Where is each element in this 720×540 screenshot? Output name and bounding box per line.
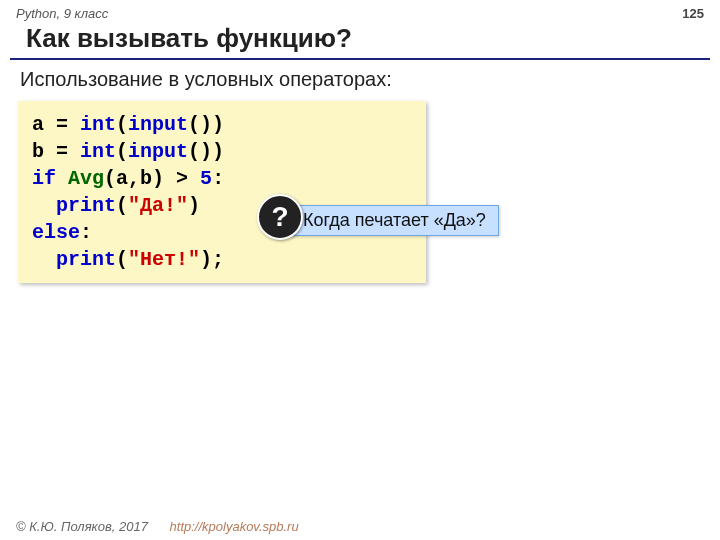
page-number: 125 bbox=[682, 6, 704, 21]
callout-text: Когда печатает «Да»? bbox=[303, 210, 486, 230]
course-label: Python, 9 класс bbox=[16, 6, 108, 21]
page-title: Как вызывать функцию? bbox=[10, 21, 710, 60]
question-mark-icon: ? bbox=[257, 194, 303, 240]
callout-box: Когда печатает «Да»? bbox=[290, 205, 499, 236]
footer-copyright: © К.Ю. Поляков, 2017 bbox=[16, 519, 148, 534]
footer: © К.Ю. Поляков, 2017 http://kpolyakov.sp… bbox=[16, 519, 299, 534]
subtitle: Использование в условных операторах: bbox=[0, 60, 720, 97]
code-line-3: if Avg(a,b) > 5: bbox=[32, 165, 412, 192]
code-block: a = int(input()) b = int(input()) if Avg… bbox=[18, 101, 426, 283]
code-line-1: a = int(input()) bbox=[32, 111, 412, 138]
code-line-2: b = int(input()) bbox=[32, 138, 412, 165]
header-bar: Python, 9 класс 125 bbox=[0, 0, 720, 21]
code-line-6: print("Нет!"); bbox=[32, 246, 412, 273]
footer-url: http://kpolyakov.spb.ru bbox=[170, 519, 299, 534]
